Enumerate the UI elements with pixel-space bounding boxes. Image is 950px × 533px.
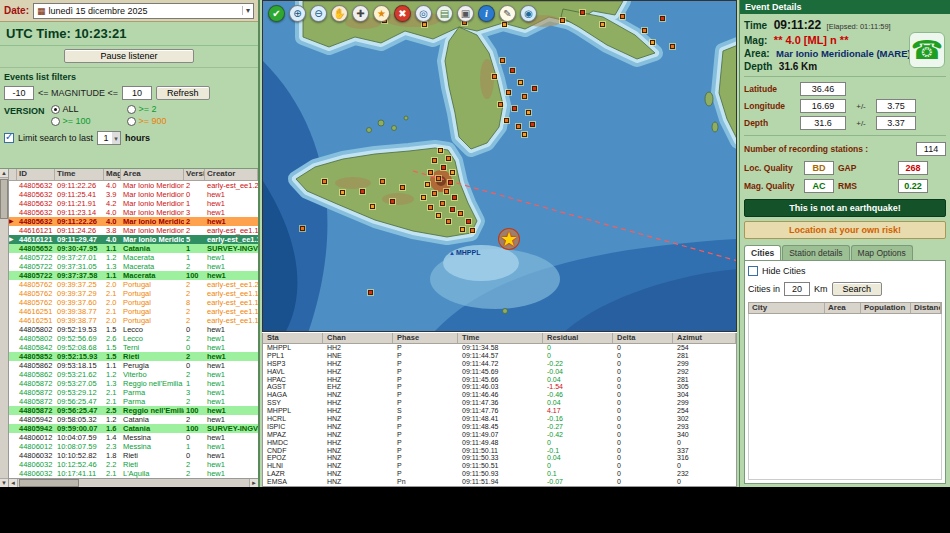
events-col-header[interactable]: Version	[184, 169, 205, 180]
station-marker[interactable]	[300, 226, 305, 231]
events-table-row[interactable]: 4480572209:37:27.011.2Macerata1hew1	[9, 253, 258, 262]
station-marker[interactable]	[446, 219, 451, 224]
events-table-row[interactable]: 4480594209:59:00.071.6Catania100SURVEY-I…	[9, 424, 258, 433]
station-marker[interactable]	[452, 195, 457, 200]
events-col-header[interactable]: Time	[55, 169, 104, 180]
station-marker[interactable]	[446, 156, 451, 161]
phase-table-row[interactable]: MHPPLHHZS09:11:47.764.170254	[263, 407, 736, 415]
mag-min-input[interactable]: -10	[4, 86, 34, 100]
hide-cities-checkbox[interactable]	[748, 266, 758, 276]
events-table-row[interactable]: 4480587209:56:25.472.5Reggio nell'Emilia…	[9, 406, 258, 415]
station-marker[interactable]	[436, 176, 441, 181]
events-table-row[interactable]: 4480601210:04:07.591.4Messina0hew1	[9, 433, 258, 442]
phase-table-row[interactable]: HMDCHHZP09:11:49.48000	[263, 439, 736, 447]
move-icon[interactable]: ✚	[352, 5, 369, 22]
close-icon[interactable]: ✖	[394, 5, 411, 22]
phase-table-row[interactable]: HAGAHNZP09:11:46.46-0.460304	[263, 391, 736, 399]
tab-cities[interactable]: Cities	[744, 245, 781, 260]
station-marker[interactable]	[498, 102, 503, 107]
scroll-left-icon[interactable]: ◄	[9, 479, 18, 487]
station-marker[interactable]	[560, 18, 565, 23]
station-marker[interactable]	[670, 44, 675, 49]
latitude-value[interactable]: 36.46	[800, 82, 846, 96]
events-table-row[interactable]: 4480587209:53:29.122.1Parma3hew1	[9, 388, 258, 397]
events-table-row[interactable]: ▶4461612109:11:29.474.0Mar Ionio Meridio…	[9, 235, 258, 244]
events-table-row[interactable]: 4480586209:53:18.151.1Perugia0hew1	[9, 361, 258, 370]
events-table-row[interactable]: 4480585209:52:15.931.5Rieti2hew1	[9, 352, 258, 361]
station-marker[interactable]	[530, 122, 535, 127]
layers-icon[interactable]: ▤	[436, 5, 453, 22]
phase-col-header[interactable]: Sta	[263, 333, 323, 343]
cities-col-header[interactable]: Area	[825, 303, 861, 313]
phase-table-row[interactable]: LAZRHNZP09:11:50.930.10232	[263, 470, 736, 478]
station-marker[interactable]	[390, 199, 395, 204]
tab-station-details[interactable]: Station details	[782, 245, 849, 260]
phase-table-row[interactable]: SSYHHZP09:11:47.360.040299	[263, 399, 736, 407]
events-table-row[interactable]: 4480584209:52:08.681.5Terni0hew1	[9, 343, 258, 352]
station-marker[interactable]	[458, 211, 463, 216]
pan-hand-icon[interactable]: ✋	[331, 5, 348, 22]
events-table-row[interactable]: 4480563209:11:22.264.0Mar Ionio Meridion…	[9, 181, 258, 190]
date-picker[interactable]: ▦ lunedì 15 dicembre 2025 ▾	[33, 3, 254, 19]
station-marker[interactable]	[660, 16, 665, 21]
phase-table-row[interactable]: HLNIHNZP09:11:50.51000	[263, 462, 736, 470]
station-marker[interactable]	[425, 182, 430, 187]
events-table-row[interactable]: 4480603210:10:52.821.8Rieti0hew1	[9, 451, 258, 460]
favorites-star-icon[interactable]: ★	[373, 5, 390, 22]
events-table-row[interactable]: 4480603210:12:52.462.2Rieti2hew1	[9, 460, 258, 469]
station-marker[interactable]	[428, 205, 433, 210]
events-table-row[interactable]: 4480587209:53:27.051.3Reggio nell'Emilia…	[9, 379, 258, 388]
events-table-row[interactable]: 4480563209:11:23.144.0Mar Ionio Meridion…	[9, 208, 258, 217]
limit-hours-input[interactable]: 1	[97, 131, 121, 145]
cities-col-header[interactable]: Distance	[911, 303, 941, 313]
station-marker[interactable]	[432, 158, 437, 163]
station-marker[interactable]	[506, 90, 511, 95]
cities-col-header[interactable]: Population	[861, 303, 911, 313]
events-table-row[interactable]: 4480587209:56:25.472.1Parma2hew1	[9, 397, 258, 406]
events-table-row[interactable]: 4480572209:37:31.051.3Macerata2hew1	[9, 262, 258, 271]
depth-coord-value[interactable]: 31.6	[800, 116, 846, 130]
phase-table-row[interactable]: ISPICHNZP09:11:48.45-0.270293	[263, 423, 736, 431]
not-earthquake-button[interactable]: This is not an earthquake!	[744, 199, 946, 217]
events-table-row[interactable]: 4480576209:39:37.602.0Portugal8early-est…	[9, 298, 258, 307]
events-table-row[interactable]: 4480565209:30:47.951.1Catania1SURVEY-ING…	[9, 244, 258, 253]
station-marker[interactable]	[436, 213, 441, 218]
station-marker[interactable]	[432, 191, 437, 196]
station-marker[interactable]	[522, 132, 527, 137]
events-col-header[interactable]: Mag	[104, 169, 121, 180]
events-table-row[interactable]: 4480576209:39:37.292.1Portugal2early-est…	[9, 289, 258, 298]
station-marker[interactable]	[650, 40, 655, 45]
events-table-row[interactable]: 4480563209:11:21.914.2Mar Ionio Meridion…	[9, 199, 258, 208]
phase-col-header[interactable]: Phase	[393, 333, 458, 343]
events-table-row[interactable]: 4480603210:17:41.112.1L'Aquila2hew1	[9, 469, 258, 478]
station-marker[interactable]	[502, 22, 507, 27]
station-marker[interactable]	[492, 74, 497, 79]
station-marker[interactable]	[438, 148, 443, 153]
station-marker[interactable]	[620, 14, 625, 19]
scroll-down-icon[interactable]: ▼	[0, 478, 8, 487]
zoom-in-icon[interactable]: ⊕	[289, 5, 306, 22]
phase-table-row[interactable]: MPAZHNZP09:11:49.07-0.420340	[263, 431, 736, 439]
station-marker[interactable]	[466, 219, 471, 224]
events-table-row[interactable]: 4480601210:08:07.592.3Messina1hew1	[9, 442, 258, 451]
station-marker[interactable]	[512, 106, 517, 111]
station-marker[interactable]	[368, 290, 373, 295]
depth-error[interactable]: 3.37	[876, 116, 916, 130]
pause-listener-button[interactable]: Pause listener	[64, 49, 194, 63]
limit-checkbox[interactable]	[4, 133, 14, 143]
phase-table-row[interactable]: HPACHHZP09:11:45.660.040281	[263, 376, 736, 384]
station-marker[interactable]	[460, 227, 465, 232]
validate-icon[interactable]: ✔	[268, 5, 285, 22]
station-marker[interactable]	[470, 228, 475, 233]
station-marker[interactable]	[518, 80, 523, 85]
edit-pencil-icon[interactable]: ✎	[499, 5, 516, 22]
phone-call-icon[interactable]: ☎	[909, 32, 945, 68]
version-option[interactable]: >= 900	[127, 116, 197, 126]
station-marker[interactable]	[322, 179, 327, 184]
events-col-header[interactable]: Creator	[205, 169, 258, 180]
version-option[interactable]: >= 100	[51, 116, 121, 126]
events-col-header[interactable]: ID	[17, 169, 55, 180]
refresh-button[interactable]: Refresh	[156, 86, 210, 100]
longitude-error[interactable]: 3.75	[876, 99, 916, 113]
event-star-marker[interactable]: ★	[495, 225, 523, 253]
